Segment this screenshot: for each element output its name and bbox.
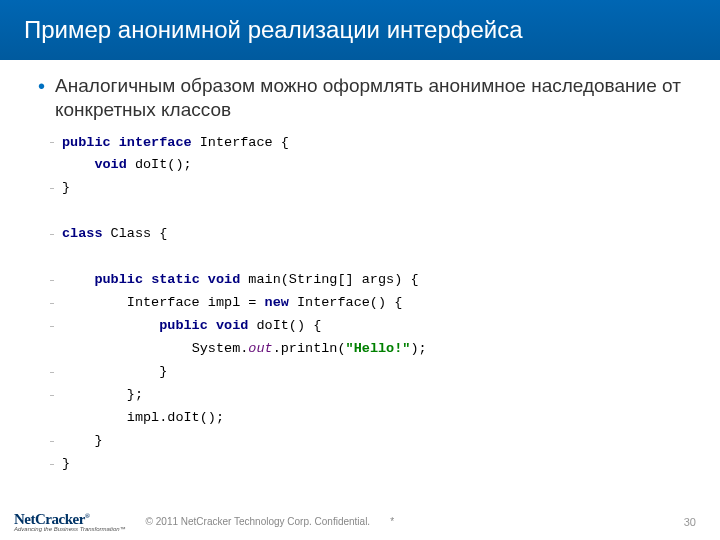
code-line: void doIt(); bbox=[50, 154, 692, 177]
code-line: System.out.println("Hello!"); bbox=[50, 338, 692, 361]
code-block: public interface Interface { void doIt()… bbox=[50, 132, 692, 476]
code-line: }; bbox=[50, 384, 692, 407]
logo-tagline: Advancing the Business Transformation™ bbox=[14, 526, 126, 532]
code-line: impl.doIt(); bbox=[50, 407, 692, 430]
logo: NetCracker® Advancing the Business Trans… bbox=[14, 511, 126, 532]
bullet-item: • Аналогичным образом можно оформлять ан… bbox=[38, 74, 692, 122]
footer-asterisk: * bbox=[390, 516, 394, 527]
code-line: public void doIt() { bbox=[50, 315, 692, 338]
code-line: } bbox=[50, 177, 692, 200]
code-line: Interface impl = new Interface() { bbox=[50, 292, 692, 315]
slide-header: Пример анонимной реализации интерфейса bbox=[0, 0, 720, 60]
code-line: } bbox=[50, 453, 692, 476]
slide-footer: NetCracker® Advancing the Business Trans… bbox=[0, 511, 720, 532]
bullet-text: Аналогичным образом можно оформлять анон… bbox=[55, 74, 692, 122]
code-line: public static void main(String[] args) { bbox=[50, 269, 692, 292]
slide-title: Пример анонимной реализации интерфейса bbox=[24, 16, 523, 44]
slide-content: • Аналогичным образом можно оформлять ан… bbox=[0, 60, 720, 476]
bullet-marker: • bbox=[38, 74, 45, 98]
code-line: } bbox=[50, 430, 692, 453]
code-line: public interface Interface { bbox=[50, 132, 692, 155]
page-number: 30 bbox=[684, 516, 696, 528]
code-line bbox=[50, 200, 692, 223]
copyright-text: © 2011 NetCracker Technology Corp. Confi… bbox=[146, 516, 371, 527]
code-line: } bbox=[50, 361, 692, 384]
code-line bbox=[50, 246, 692, 269]
code-line: class Class { bbox=[50, 223, 692, 246]
